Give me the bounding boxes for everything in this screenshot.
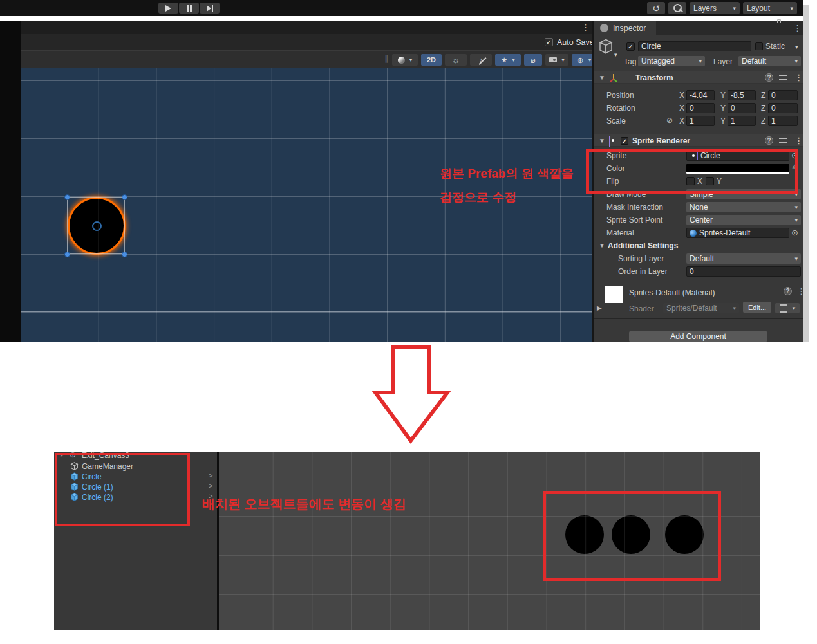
sprite-renderer-header[interactable]: ▼ ✓ Sprite Renderer ? ⋮: [594, 134, 803, 147]
material-preview-swatch[interactable]: [605, 286, 623, 303]
sorting-layer-dropdown[interactable]: Default▾: [686, 253, 801, 264]
layers-dropdown[interactable]: Layers▾: [690, 2, 740, 14]
prefab-arrow-icon[interactable]: >: [209, 482, 212, 490]
auto-save-label: Auto Save: [557, 37, 594, 48]
info-icon: [600, 24, 608, 32]
scene-audio-button[interactable]: ♪: [470, 54, 492, 66]
rotation-y-field[interactable]: 0: [728, 103, 756, 113]
shader-dropdown[interactable]: Sprites/Default▾: [663, 303, 739, 313]
order-in-layer-label: Order in Layer: [618, 266, 668, 277]
static-checkbox[interactable]: [755, 42, 763, 50]
2d-label: 2D: [427, 56, 436, 64]
main-toolbar: ↺ Layers▾ Layout▾: [0, 0, 803, 16]
rotation-x-field[interactable]: 0: [686, 103, 715, 113]
foldout-icon[interactable]: ▼: [599, 138, 605, 144]
selection-handle[interactable]: [122, 252, 127, 257]
help-icon[interactable]: ?: [765, 73, 773, 82]
transform-header[interactable]: ▼ Transform ? ⋮: [594, 71, 803, 84]
chevron-down-icon[interactable]: ▾: [795, 44, 798, 50]
effects-button[interactable]: ★▾: [495, 54, 521, 66]
kebab-menu-icon[interactable]: ⋮: [794, 73, 803, 82]
unlink-scale-icon[interactable]: ⊘: [666, 116, 673, 124]
scene-lighting-button[interactable]: ☼: [445, 54, 467, 66]
axis-x-label: X: [679, 103, 684, 113]
divider: [594, 281, 803, 281]
scene-pane-header: ⋮: [21, 21, 592, 34]
drag-handle-icon[interactable]: ∥: [384, 55, 388, 62]
play-button[interactable]: [158, 3, 178, 14]
layout-dropdown[interactable]: Layout▾: [743, 2, 797, 14]
scale-label: Scale: [606, 116, 626, 126]
shading-mode-button[interactable]: ▾: [392, 54, 418, 66]
selection-handle[interactable]: [64, 194, 70, 200]
down-arrow-annotation: [370, 343, 454, 445]
component-enabled-checkbox[interactable]: ✓: [621, 137, 628, 145]
pause-button[interactable]: [179, 3, 199, 14]
edit-shader-button[interactable]: Edit...: [743, 302, 771, 313]
axis-y-label: Y: [720, 90, 726, 100]
foldout-icon[interactable]: ▼: [599, 243, 605, 249]
play-icon: [165, 5, 171, 12]
kebab-menu-icon[interactable]: ⋮: [794, 136, 803, 145]
sprite-sort-point-value: Center: [690, 216, 713, 225]
rotation-y-value: 0: [731, 104, 735, 113]
pivot-handle[interactable]: [92, 221, 102, 231]
object-name-field[interactable]: Circle: [638, 41, 751, 51]
auto-save-checkbox[interactable]: ✓: [545, 38, 553, 46]
tab-inspector[interactable]: Inspector: [594, 21, 656, 35]
tag-value: Untagged: [641, 57, 675, 66]
light-icon: ☼: [452, 56, 460, 64]
chevron-down-icon: ▾: [733, 5, 736, 12]
layer-dropdown[interactable]: Default▾: [738, 56, 801, 66]
add-component-label: Add Component: [670, 332, 726, 341]
mask-interaction-value: None: [690, 203, 708, 212]
search-button[interactable]: [668, 2, 686, 14]
history-button[interactable]: ↺: [647, 2, 665, 14]
help-icon[interactable]: ?: [784, 287, 792, 295]
scale-y-field[interactable]: 1: [728, 116, 756, 126]
layers-label: Layers: [693, 4, 717, 13]
camera-icon: [549, 57, 557, 62]
axis-y-label: Y: [720, 116, 726, 126]
selection-handle[interactable]: [122, 194, 127, 200]
active-checkbox[interactable]: ✓: [626, 42, 635, 51]
chevron-down-icon: ▾: [561, 57, 565, 63]
axis-x-label: X: [679, 90, 684, 100]
object-picker-icon[interactable]: ⊙: [791, 228, 798, 237]
edit-label: Edit...: [748, 304, 766, 311]
position-y-field[interactable]: -8.5: [728, 90, 756, 100]
transform-title: Transform: [635, 73, 673, 82]
scrollbar[interactable]: [803, 5, 809, 342]
scene-camera-button[interactable]: ▾: [545, 54, 568, 66]
position-z-field[interactable]: 0: [768, 90, 798, 100]
scale-z-field[interactable]: 1: [768, 116, 798, 126]
prefab-arrow-icon[interactable]: >: [209, 472, 212, 479]
chevron-down-icon: ▾: [794, 217, 798, 223]
kebab-menu-icon[interactable]: ⋮: [793, 24, 802, 32]
sorting-layer-label: Sorting Layer: [618, 253, 664, 264]
scene-toolbar: ∥ ▾ 2D ☼ ♪ ★▾ ø ▾ ⊕▾: [21, 50, 592, 68]
help-icon[interactable]: ?: [765, 136, 773, 145]
foldout-icon[interactable]: ▼: [599, 75, 605, 81]
rotation-z-field[interactable]: 0: [768, 103, 798, 113]
hidden-objects-button[interactable]: ø: [524, 54, 542, 66]
sprite-sort-point-dropdown[interactable]: Center▾: [686, 215, 801, 225]
foldout-icon[interactable]: ▶: [597, 305, 602, 311]
position-x-field[interactable]: -4.04: [686, 90, 715, 100]
scale-x-field[interactable]: 1: [686, 116, 715, 126]
presets-icon[interactable]: [779, 75, 787, 80]
selection-handle[interactable]: [64, 252, 70, 257]
mask-interaction-dropdown[interactable]: None▾: [686, 202, 801, 212]
kebab-menu-icon[interactable]: ⋮: [581, 23, 590, 32]
presets-icon[interactable]: [779, 138, 787, 143]
chevron-down-icon[interactable]: ▾: [614, 51, 617, 58]
add-component-button[interactable]: Add Component: [629, 331, 767, 342]
rotation-label: Rotation: [606, 103, 635, 113]
2d-toggle-button[interactable]: 2D: [421, 54, 442, 66]
material-object-field[interactable]: Sprites-Default: [686, 228, 789, 238]
order-in-layer-field[interactable]: 0: [686, 266, 801, 277]
pause-icon-bar: [190, 5, 192, 12]
tag-dropdown[interactable]: Untagged▾: [638, 56, 705, 66]
step-button[interactable]: [200, 3, 220, 14]
material-list-button[interactable]: ▾: [775, 303, 800, 313]
